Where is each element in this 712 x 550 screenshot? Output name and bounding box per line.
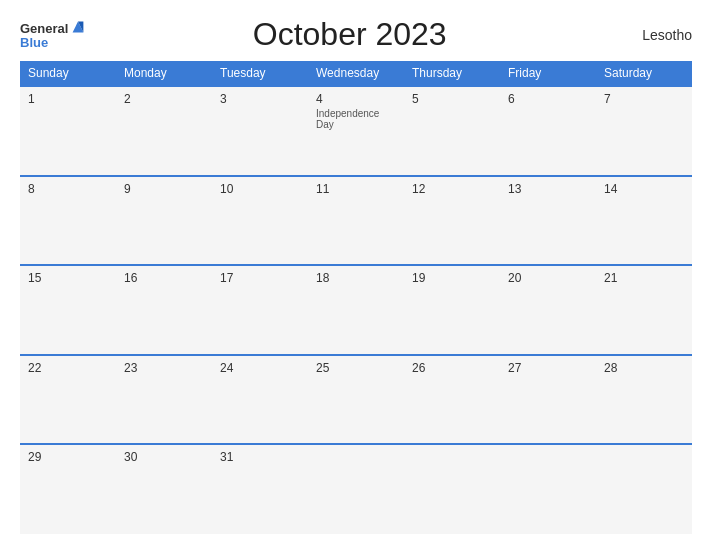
calendar-cell: 20 (500, 265, 596, 355)
calendar-cell (308, 444, 404, 534)
day-number: 5 (412, 92, 492, 106)
day-number: 11 (316, 182, 396, 196)
calendar-cell: 24 (212, 355, 308, 445)
day-number: 24 (220, 361, 300, 375)
logo-blue-text: Blue (20, 36, 87, 49)
day-number: 16 (124, 271, 204, 285)
calendar-page: General Blue October 2023 Lesotho Sunday… (0, 0, 712, 550)
calendar-cell: 22 (20, 355, 116, 445)
day-number: 17 (220, 271, 300, 285)
day-number: 13 (508, 182, 588, 196)
calendar-cell: 27 (500, 355, 596, 445)
calendar-cell: 12 (404, 176, 500, 266)
day-number: 9 (124, 182, 204, 196)
day-number: 7 (604, 92, 684, 106)
logo-general-text: General (20, 22, 68, 35)
weekday-header-row: Sunday Monday Tuesday Wednesday Thursday… (20, 61, 692, 86)
calendar-week-row: 15161718192021 (20, 265, 692, 355)
calendar-cell: 10 (212, 176, 308, 266)
event-label: Independence Day (316, 108, 396, 130)
calendar-cell: 7 (596, 86, 692, 176)
day-number: 31 (220, 450, 300, 464)
calendar-cell: 1 (20, 86, 116, 176)
header-wednesday: Wednesday (308, 61, 404, 86)
day-number: 19 (412, 271, 492, 285)
logo: General Blue (20, 20, 87, 49)
calendar-week-row: 22232425262728 (20, 355, 692, 445)
day-number: 29 (28, 450, 108, 464)
calendar-cell: 18 (308, 265, 404, 355)
day-number: 3 (220, 92, 300, 106)
calendar-cell: 11 (308, 176, 404, 266)
calendar-cell: 13 (500, 176, 596, 266)
page-header: General Blue October 2023 Lesotho (20, 16, 692, 53)
day-number: 23 (124, 361, 204, 375)
calendar-cell: 15 (20, 265, 116, 355)
calendar-cell (404, 444, 500, 534)
day-number: 25 (316, 361, 396, 375)
day-number: 1 (28, 92, 108, 106)
calendar-cell: 28 (596, 355, 692, 445)
calendar-cell (500, 444, 596, 534)
calendar-cell: 19 (404, 265, 500, 355)
calendar-cell: 2 (116, 86, 212, 176)
calendar-week-row: 1234Independence Day567 (20, 86, 692, 176)
day-number: 10 (220, 182, 300, 196)
calendar-title: October 2023 (87, 16, 612, 53)
day-number: 2 (124, 92, 204, 106)
calendar-cell: 31 (212, 444, 308, 534)
header-saturday: Saturday (596, 61, 692, 86)
country-label: Lesotho (612, 27, 692, 43)
day-number: 20 (508, 271, 588, 285)
calendar-cell: 3 (212, 86, 308, 176)
day-number: 14 (604, 182, 684, 196)
logo-triangle-icon (69, 18, 87, 36)
day-number: 30 (124, 450, 204, 464)
day-number: 6 (508, 92, 588, 106)
header-friday: Friday (500, 61, 596, 86)
calendar-cell: 9 (116, 176, 212, 266)
day-number: 8 (28, 182, 108, 196)
calendar-cell: 5 (404, 86, 500, 176)
day-number: 21 (604, 271, 684, 285)
header-thursday: Thursday (404, 61, 500, 86)
calendar-week-row: 293031 (20, 444, 692, 534)
day-number: 12 (412, 182, 492, 196)
calendar-cell: 6 (500, 86, 596, 176)
day-number: 18 (316, 271, 396, 285)
calendar-cell: 30 (116, 444, 212, 534)
calendar-cell: 8 (20, 176, 116, 266)
header-monday: Monday (116, 61, 212, 86)
calendar-week-row: 891011121314 (20, 176, 692, 266)
day-number: 27 (508, 361, 588, 375)
day-number: 4 (316, 92, 396, 106)
calendar-cell: 23 (116, 355, 212, 445)
calendar-cell: 29 (20, 444, 116, 534)
calendar-cell: 16 (116, 265, 212, 355)
calendar-cell (596, 444, 692, 534)
header-tuesday: Tuesday (212, 61, 308, 86)
calendar-cell: 26 (404, 355, 500, 445)
day-number: 28 (604, 361, 684, 375)
calendar-cell: 25 (308, 355, 404, 445)
calendar-cell: 21 (596, 265, 692, 355)
header-sunday: Sunday (20, 61, 116, 86)
calendar-cell: 17 (212, 265, 308, 355)
calendar-cell: 14 (596, 176, 692, 266)
calendar-table: Sunday Monday Tuesday Wednesday Thursday… (20, 61, 692, 534)
day-number: 26 (412, 361, 492, 375)
day-number: 22 (28, 361, 108, 375)
day-number: 15 (28, 271, 108, 285)
calendar-cell: 4Independence Day (308, 86, 404, 176)
